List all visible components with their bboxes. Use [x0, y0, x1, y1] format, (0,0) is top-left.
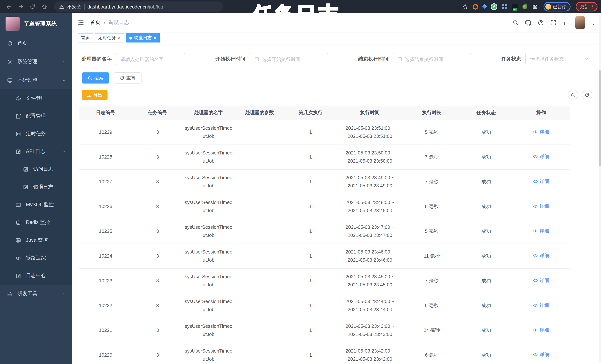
cell-status: 成功: [460, 219, 513, 244]
github-icon[interactable]: [525, 20, 531, 26]
grid-extension-icon[interactable]: [501, 4, 508, 10]
gear-icon: [7, 59, 13, 64]
cell-time: 2021-05-03 23:43:00 ~2021-05-03 23:43:00: [336, 318, 404, 343]
cell-execute-index: 1: [285, 268, 336, 293]
security-label[interactable]: 不安全: [67, 3, 81, 10]
sidebar-item-config-management[interactable]: 配置管理: [0, 107, 72, 125]
browser-forward-icon[interactable]: [18, 4, 24, 10]
orange-extension-icon[interactable]: [472, 4, 478, 10]
sidebar-item-system[interactable]: 系统管理: [0, 52, 72, 71]
cell-job-id: 3: [132, 293, 183, 318]
detail-link[interactable]: 详细: [533, 227, 549, 235]
sidebar-item-scheduled-tasks[interactable]: 定时任务: [0, 125, 72, 143]
task-status-select[interactable]: 请选择任务状态: [526, 53, 594, 65]
search-icon[interactable]: [512, 20, 519, 26]
search-button[interactable]: 搜索: [82, 72, 109, 83]
cell-time: 2021-05-03 23:49:00 ~2021-05-03 23:49:00: [336, 169, 404, 194]
cell-status: 成功: [460, 145, 513, 169]
cell-status: 成功: [460, 268, 513, 293]
sidebar-item-infrastructure[interactable]: 基础设施: [0, 71, 72, 90]
emoji-face-icon: [545, 4, 551, 10]
browser-home-icon[interactable]: [41, 4, 47, 10]
cell-time: 2021-05-03 23:47:00 ~2021-05-03 23:47:00: [336, 219, 404, 244]
user-avatar[interactable]: [575, 16, 585, 29]
detail-link[interactable]: 详细: [533, 128, 549, 136]
cell-handler: sysUserSessionTimeoutJob: [183, 194, 234, 219]
vue-devtools-icon[interactable]: V: [491, 3, 497, 10]
cell-job-id: 3: [132, 145, 183, 169]
app-title: 芋道管理系统: [24, 20, 57, 27]
cell-duration: 5 毫秒: [404, 120, 460, 145]
url-domain: dashboard.yudao.iocoder.cn: [87, 4, 148, 10]
detail-link[interactable]: 详细: [533, 152, 549, 161]
sidebar-collapse-icon[interactable]: [78, 19, 84, 26]
sidebar-item-redis-monitor[interactable]: Redis 监控: [0, 214, 72, 231]
cell-status: 成功: [460, 343, 513, 364]
cell-duration: 5 毫秒: [404, 219, 460, 244]
close-icon[interactable]: ×: [153, 35, 156, 40]
security-warning-icon[interactable]: [59, 4, 64, 9]
tab-scheduled-tasks[interactable]: 定时任务 ×: [95, 33, 124, 42]
detail-link[interactable]: 详细: [533, 301, 549, 309]
browser-reload-icon[interactable]: [30, 4, 35, 10]
close-icon[interactable]: ×: [118, 35, 121, 40]
breadcrumb-home[interactable]: 首页: [90, 19, 100, 26]
tab-schedule-log[interactable]: 调度日志 ×: [126, 33, 160, 42]
detail-link[interactable]: 详细: [533, 177, 549, 185]
switch-on-extension-icon[interactable]: on: [512, 4, 518, 10]
sidebar-item-label: 首页: [17, 40, 27, 47]
sidebar-item-trace[interactable]: 链路追踪: [0, 249, 72, 267]
address-bar[interactable]: 不安全 dashboard.yudao.iocoder.cn/job/log: [54, 1, 223, 12]
sidebar-item-error-log[interactable]: 错误日志: [0, 178, 72, 196]
table-toolbar: 导出: [77, 90, 596, 100]
fullscreen-icon[interactable]: [550, 20, 556, 26]
caret-down-icon[interactable]: [591, 22, 595, 26]
browser-update-button[interactable]: 更新: [575, 2, 597, 11]
filter-label: 处理器的名字: [82, 56, 112, 62]
sidebar-item-mysql-monitor[interactable]: MySQL 监控: [0, 196, 72, 214]
refresh-table-button[interactable]: [582, 90, 592, 100]
puzzle-extensions-icon[interactable]: [531, 4, 537, 10]
cell-execute-index: 1: [285, 244, 336, 268]
start-time-input[interactable]: [262, 56, 324, 62]
detail-link[interactable]: 详细: [533, 351, 549, 359]
detail-link[interactable]: 详细: [533, 276, 549, 284]
browser-menu-dots-icon[interactable]: [590, 4, 595, 9]
detail-link[interactable]: 详细: [533, 326, 549, 334]
sidebar-item-access-log[interactable]: 访问日志: [0, 160, 72, 178]
monitor-icon: [7, 77, 13, 83]
sidebar-item-file-management[interactable]: 文件管理: [0, 90, 72, 107]
sidebar-item-label: MySQL 监控: [26, 202, 54, 208]
font-size-icon[interactable]: [562, 20, 569, 26]
bookmark-star-icon[interactable]: [462, 4, 468, 10]
green-leaf-extension-icon[interactable]: [522, 4, 527, 9]
page-scrollbar[interactable]: [599, 15, 601, 363]
blue-gem-extension-icon[interactable]: [482, 4, 487, 9]
sidebar-item-log-center[interactable]: 日志中心: [0, 267, 72, 284]
sidebar-item-dev-tools[interactable]: 研发工具: [0, 284, 72, 303]
browser-back-icon[interactable]: [6, 4, 12, 10]
toggle-search-button[interactable]: [568, 90, 578, 100]
help-icon[interactable]: [537, 20, 544, 26]
detail-link[interactable]: 详细: [533, 202, 549, 210]
scrollbar-thumb[interactable]: [599, 70, 601, 166]
cell-duration: 24 毫秒: [404, 318, 460, 343]
export-button[interactable]: 导出: [82, 90, 108, 100]
end-time-input[interactable]: [405, 56, 467, 62]
handler-name-input[interactable]: [120, 56, 181, 62]
eye-icon: [533, 179, 538, 184]
start-time-picker: [250, 53, 328, 65]
refresh-icon: [585, 92, 589, 97]
paused-extension-badge[interactable]: 已暂停: [543, 2, 570, 11]
url-text[interactable]: dashboard.yudao.iocoder.cn/job/log: [87, 4, 163, 10]
sidebar-item-home[interactable]: 首页: [0, 34, 72, 52]
dashboard-icon: [7, 40, 13, 46]
sidebar-item-api-log[interactable]: API 日志: [0, 143, 72, 160]
reset-button[interactable]: 重置: [114, 72, 141, 83]
tab-home[interactable]: 首页: [78, 33, 93, 42]
column-header: 执行时长: [404, 106, 460, 120]
sidebar-item-java-monitor[interactable]: Java 监控: [0, 231, 72, 249]
app-logo-row[interactable]: 芋道管理系统: [0, 13, 72, 34]
handler-name-input-wrap: [116, 53, 185, 65]
detail-link[interactable]: 详细: [533, 252, 549, 260]
